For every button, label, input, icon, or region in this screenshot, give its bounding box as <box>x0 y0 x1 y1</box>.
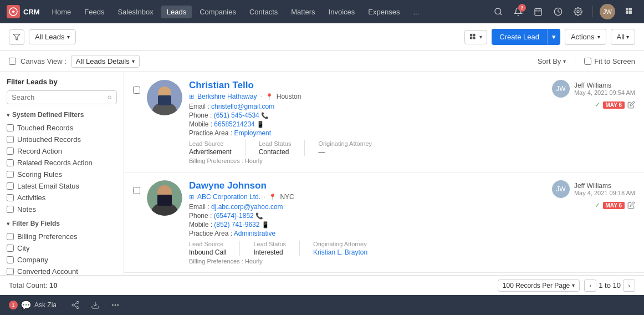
lead-company-1[interactable]: ABC Corporation Ltd. <box>197 193 260 201</box>
filter-billing-prefs[interactable]: Billing Preferences <box>7 231 117 242</box>
user-avatar[interactable]: JW <box>600 4 615 19</box>
tag-row-1: ✓ MAY 6 <box>595 201 635 209</box>
nav-invoices[interactable]: Invoices <box>323 6 361 18</box>
lead-name-0[interactable]: Christian Tello <box>189 80 540 91</box>
calendar-icon[interactable] <box>530 4 546 19</box>
lead-phone-0: Phone : (651) 545-4534 📞 <box>189 111 540 119</box>
assignee-date-1: May 4, 2021 09:18 AM <box>574 190 635 196</box>
svg-line-19 <box>111 98 111 99</box>
notification-icon[interactable]: 3 <box>510 4 526 19</box>
svg-rect-15 <box>473 33 475 35</box>
search-nav-icon[interactable] <box>490 4 506 19</box>
search-container <box>7 90 117 104</box>
bottom-download-icon[interactable] <box>88 297 103 313</box>
view-toggle-btn[interactable]: ▾ <box>464 30 487 44</box>
lead-meta-1: ⊞ ABC Corporation Ltd. · 📍 NYC <box>189 193 540 201</box>
crm-logo-text: CRM <box>23 8 40 16</box>
bottom-share-icon[interactable] <box>68 297 83 313</box>
lead-info-1: Dawyne Johnson ⊞ ABC Corporation Ltd. · … <box>189 180 540 265</box>
filter-latest-email[interactable]: Latest Email Status <box>7 180 117 192</box>
apps-grid-icon[interactable] <box>622 4 637 19</box>
create-lead-button[interactable]: Create Lead <box>492 29 547 45</box>
bottom-more-icon[interactable] <box>108 297 123 313</box>
nav-more[interactable]: ... <box>407 6 425 18</box>
prev-page-btn[interactable]: ‹ <box>584 280 596 292</box>
records-per-page-dropdown[interactable]: 100 Records Per Page ▾ <box>498 280 580 292</box>
orig-attorney-col-0: Originating Attorney — <box>318 140 372 156</box>
sort-by-btn[interactable]: Sort By ▾ <box>538 57 566 65</box>
all-filter-btn[interactable]: All ▾ <box>611 29 635 45</box>
nav-feeds[interactable]: Feeds <box>79 6 110 18</box>
svg-marker-13 <box>13 34 20 40</box>
filter-scoring-rules[interactable]: Scoring Rules <box>7 169 117 180</box>
next-page-btn[interactable]: › <box>623 280 635 292</box>
chevron-down-icon-all: ▾ <box>626 34 629 40</box>
filter-converted-account[interactable]: Converted Account <box>7 266 117 275</box>
lead-right-1: JW Jeff Williams May 4, 2021 09:18 AM ✓ … <box>546 180 635 209</box>
pagination: ‹ 1 to 10 › <box>584 280 635 292</box>
svg-point-8 <box>577 11 579 13</box>
svg-line-2 <box>500 13 502 15</box>
nav-logo: CRM <box>7 5 40 18</box>
filter-record-action[interactable]: Record Action <box>7 145 117 157</box>
filter-touched-records[interactable]: Touched Records <box>7 122 117 134</box>
lead-name-1[interactable]: Dawyne Johnson <box>189 180 540 191</box>
nav-expenses[interactable]: Expenses <box>362 6 405 18</box>
nav-salesinbox[interactable]: SalesInbox <box>112 6 159 18</box>
create-lead-arrow-btn[interactable]: ▾ <box>547 29 560 45</box>
ask-zia-btn[interactable]: 1 💬 Ask Zia <box>9 300 57 311</box>
zia-notification-badge: 1 <box>9 301 18 309</box>
nav-contacts[interactable]: Contacts <box>244 6 283 18</box>
nav-matters[interactable]: Matters <box>285 6 320 18</box>
lead-email-0: Email : christello@gmail.com <box>189 103 540 110</box>
chevron-down-icon-actions: ▾ <box>597 34 600 40</box>
action-bottom-bar: 1 💬 Ask Zia <box>0 295 644 315</box>
assignee-row-1: JW Jeff Williams May 4, 2021 09:18 AM <box>552 180 635 198</box>
clock-icon[interactable] <box>550 4 566 19</box>
nav-leads[interactable]: Leads <box>161 6 192 18</box>
fit-to-screen-btn[interactable]: Fit to Screen <box>584 57 635 65</box>
lead-avatar-1 <box>147 180 182 216</box>
check-icon-0: ✓ <box>595 101 600 109</box>
filter-company[interactable]: Company <box>7 254 117 266</box>
lead-company-0[interactable]: Berkshire Hathaway <box>197 93 257 100</box>
svg-point-32 <box>72 304 74 306</box>
actions-dropdown[interactable]: Actions ▾ <box>565 29 606 45</box>
nav-companies[interactable]: Companies <box>194 6 242 18</box>
content-area: Filter Leads by System Defined Filters T… <box>0 72 644 275</box>
filter-untouched-records[interactable]: Untouched Records <box>7 134 117 145</box>
lead-right-0: JW Jeff Williams May 4, 2021 09:54 AM ✓ … <box>546 80 635 109</box>
may6-badge-1: MAY 6 <box>603 202 625 209</box>
filter-notes[interactable]: Notes <box>7 204 117 215</box>
svg-point-37 <box>112 304 114 306</box>
svg-line-34 <box>74 306 77 307</box>
search-input[interactable] <box>12 93 105 101</box>
lead-checkbox-1[interactable] <box>133 187 140 194</box>
chevron-down-icon-records: ▾ <box>572 282 575 288</box>
filter-icon-btn[interactable] <box>9 29 24 45</box>
filter-activities[interactable]: Activities <box>7 192 117 204</box>
settings-icon[interactable] <box>570 4 586 19</box>
svg-point-38 <box>115 304 116 306</box>
svg-rect-11 <box>626 11 628 14</box>
svg-rect-23 <box>158 95 171 105</box>
page-wrapper: CRM Home Feeds SalesInbox Leads Companie… <box>0 0 644 315</box>
filter-city[interactable]: City <box>7 242 117 254</box>
canvas-view-dropdown[interactable]: All Leads Details ▾ <box>71 55 140 68</box>
all-leads-dropdown[interactable]: All Leads ▾ <box>29 29 76 44</box>
lead-location-0: Houston <box>277 93 301 100</box>
filter-related-records[interactable]: Related Records Action <box>7 157 117 169</box>
orig-attorney-col-1: Originating Attorney Kristian L. Brayton <box>313 241 367 256</box>
total-count: Total Count: 10 <box>9 281 57 289</box>
nav-home[interactable]: Home <box>47 6 77 18</box>
lead-checkbox-0[interactable] <box>133 87 140 94</box>
fit-screen-checkbox[interactable] <box>584 58 591 65</box>
assignee-date-0: May 4, 2021 09:54 AM <box>574 89 635 96</box>
lead-meta-0: ⊞ Berkshire Hathaway · 📍 Houston <box>189 93 540 100</box>
lead-list: Christian Tello ⊞ Berkshire Hathaway · 📍… <box>124 72 644 275</box>
canvas-bar: Canvas View : All Leads Details ▾ Sort B… <box>0 51 644 72</box>
lead-source-col-0: Lead Source Advertisement <box>189 140 232 156</box>
chevron-down-icon-view: ▾ <box>479 34 482 40</box>
select-all-checkbox[interactable] <box>9 58 16 65</box>
sidebar-title: Filter Leads by <box>7 78 117 86</box>
